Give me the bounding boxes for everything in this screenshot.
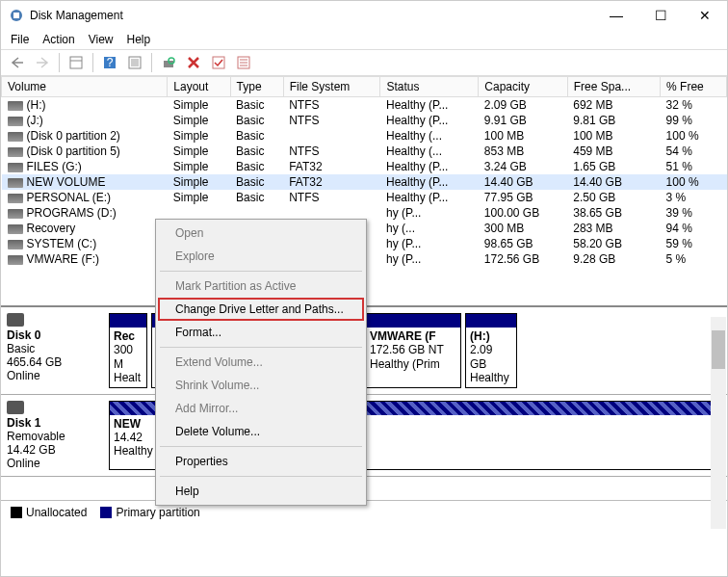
volume-row[interactable]: (Disk 0 partition 2)SimpleBasicHealthy (… xyxy=(2,128,727,144)
column-header[interactable]: Status xyxy=(380,77,479,97)
column-header[interactable]: Capacity xyxy=(479,77,567,97)
partition[interactable]: VMWARE (F172.56 GB NTHealthy (Prim xyxy=(365,313,461,388)
disk-1-info: Disk 1 Removable 14.42 GB Online xyxy=(7,401,103,470)
ctx-open[interactable]: Open xyxy=(158,222,364,245)
ctx-help[interactable]: Help xyxy=(158,480,364,503)
partition[interactable]: Rec300 MHealt xyxy=(109,313,147,388)
titlebar: Disk Management — ☐ ✕ xyxy=(1,1,727,30)
disk-icon xyxy=(7,313,24,327)
svg-text:?: ? xyxy=(107,56,114,69)
check-icon[interactable] xyxy=(208,52,229,73)
help-icon[interactable]: ? xyxy=(99,52,120,73)
column-header[interactable]: Free Spa... xyxy=(567,77,660,97)
toolbar: ? xyxy=(1,49,727,76)
svg-rect-7 xyxy=(131,59,139,66)
column-header[interactable]: Volume xyxy=(2,77,168,97)
ctx-shrink[interactable]: Shrink Volume... xyxy=(158,374,364,397)
volume-row[interactable]: (J:)SimpleBasicNTFSHealthy (P...9.91 GB9… xyxy=(2,113,727,128)
column-header[interactable]: % Free xyxy=(661,77,727,97)
window-title: Disk Management xyxy=(30,9,594,22)
ctx-delete[interactable]: Delete Volume... xyxy=(158,420,364,443)
volume-row[interactable]: (H:)SimpleBasicNTFSHealthy (P...2.09 GB6… xyxy=(2,97,727,114)
context-menu: Open Explore Mark Partition as Active Ch… xyxy=(155,219,367,506)
delete-icon[interactable] xyxy=(183,52,204,73)
minimize-button[interactable]: — xyxy=(594,1,638,30)
scrollbar[interactable] xyxy=(711,317,726,529)
partition[interactable]: (H:)2.09 GBHealthy xyxy=(465,313,517,388)
primary-swatch xyxy=(100,507,112,518)
ctx-change-drive-letter[interactable]: Change Drive Letter and Paths... xyxy=(158,298,364,321)
column-header[interactable]: Type xyxy=(230,77,283,97)
svg-rect-10 xyxy=(213,57,224,68)
refresh-icon[interactable] xyxy=(158,52,179,73)
volume-row[interactable]: PERSONAL (E:)SimpleBasicNTFSHealthy (P..… xyxy=(2,190,727,205)
volume-row[interactable]: (Disk 0 partition 5)SimpleBasicNTFSHealt… xyxy=(2,144,727,159)
column-header[interactable]: File System xyxy=(283,77,380,97)
menu-file[interactable]: File xyxy=(11,33,29,46)
forward-button[interactable] xyxy=(32,52,53,73)
disk-0-info: Disk 0 Basic 465.64 GB Online xyxy=(7,313,103,388)
close-button[interactable]: ✕ xyxy=(683,1,727,30)
ctx-properties[interactable]: Properties xyxy=(158,450,364,473)
volume-row[interactable]: FILES (G:)SimpleBasicFAT32Healthy (P...3… xyxy=(2,159,727,174)
ctx-extend[interactable]: Extend Volume... xyxy=(158,351,364,374)
ctx-format[interactable]: Format... xyxy=(158,321,364,344)
ctx-mark-active[interactable]: Mark Partition as Active xyxy=(158,275,364,298)
app-icon xyxy=(9,8,24,23)
show-hide-button[interactable] xyxy=(65,52,87,73)
list-icon[interactable] xyxy=(233,52,254,73)
menu-help[interactable]: Help xyxy=(127,33,151,46)
maximize-button[interactable]: ☐ xyxy=(638,1,683,30)
ctx-explore[interactable]: Explore xyxy=(158,245,364,268)
menu-action[interactable]: Action xyxy=(42,33,74,46)
settings-icon[interactable] xyxy=(124,52,145,73)
back-button[interactable] xyxy=(7,52,28,73)
disk-icon xyxy=(7,401,24,414)
unallocated-swatch xyxy=(11,507,22,518)
svg-rect-1 xyxy=(13,13,19,18)
ctx-mirror[interactable]: Add Mirror... xyxy=(158,397,364,420)
menu-view[interactable]: View xyxy=(89,33,114,46)
column-header[interactable]: Layout xyxy=(168,77,230,97)
volume-row[interactable]: NEW VOLUMESimpleBasicFAT32Healthy (P...1… xyxy=(2,174,727,190)
svg-rect-2 xyxy=(70,57,82,68)
menubar: File Action View Help xyxy=(1,30,727,49)
